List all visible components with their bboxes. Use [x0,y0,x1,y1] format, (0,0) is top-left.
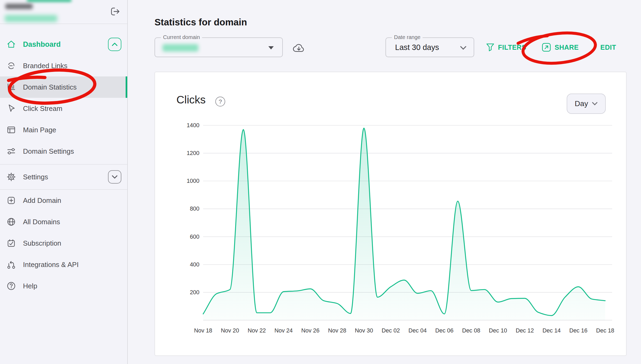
layout-icon [6,125,16,135]
sidebar-item-label: All Domains [23,218,60,226]
svg-text:1000: 1000 [187,178,199,184]
filters-button[interactable]: FILTERS [486,41,526,53]
share-label: SHARE [555,44,579,51]
plus-square-icon [6,196,16,205]
current-domain-label: Current domain [161,34,202,40]
sidebar-item-label: Main Page [23,126,56,134]
current-domain-select[interactable]: Current domain [155,37,283,57]
bar-chart-icon [6,82,16,92]
svg-text:200: 200 [190,289,199,296]
svg-text:Dec 10: Dec 10 [489,327,507,334]
sidebar-item-settings[interactable]: Settings [0,164,127,190]
collapse-dashboard-button[interactable] [108,38,121,51]
svg-text:Nov 18: Nov 18 [194,327,212,334]
share-external-icon [542,42,551,52]
svg-text:800: 800 [190,206,199,212]
svg-text:400: 400 [190,261,199,268]
logout-icon [110,6,121,17]
svg-text:Nov 30: Nov 30 [355,327,373,334]
svg-text:Nov 26: Nov 26 [301,327,319,334]
sidebar-item-label: Help [23,282,37,290]
sidebar-item-domain-statistics[interactable]: Domain Statistics [0,76,127,98]
link-icon [6,61,16,71]
sidebar-item-help[interactable]: Help [0,275,127,297]
sidebar-bottom-nav: Add Domain All Domains Subscription [0,190,127,297]
share-button[interactable]: SHARE [542,41,579,53]
svg-text:1400: 1400 [187,122,199,129]
sidebar-item-all-domains[interactable]: All Domains [0,211,127,233]
download-stats-button[interactable] [291,40,306,55]
svg-text:600: 600 [190,234,199,240]
sidebar-item-label: Dashboard [23,40,61,49]
sidebar-item-label: Branded Links [23,62,67,70]
svg-text:Dec 12: Dec 12 [516,327,534,334]
filter-funnel-icon [486,43,495,52]
svg-text:Dec 04: Dec 04 [408,327,427,334]
svg-text:Nov 20: Nov 20 [221,327,239,334]
sidebar-item-label: Add Domain [23,196,61,205]
sidebar-item-label: Click Stream [23,104,62,113]
chevron-up-icon [111,42,118,47]
edit-label: EDIT [600,44,616,51]
clicks-line-chart: 200400600800100012001400Nov 18Nov 20Nov … [155,72,627,357]
edit-button[interactable]: EDIT [600,41,616,53]
logout-button[interactable] [109,5,121,18]
calendar-check-icon [6,238,16,248]
sidebar-item-label: Subscription [23,239,61,247]
sidebar-item-add-domain[interactable]: Add Domain [0,190,127,211]
blurred-domain-chip [27,0,72,2]
sidebar-item-label: Settings [23,173,48,181]
filters-label: FILTERS [498,44,526,51]
app-window: Dashboard Branded Links Domain Statistic… [0,0,641,364]
sidebar-item-label: Domain Settings [23,147,74,156]
svg-text:Dec 06: Dec 06 [435,327,453,334]
help-icon [6,281,16,291]
sidebar-item-integrations-api[interactable]: Integrations & API [0,254,127,275]
sidebar: Dashboard Branded Links Domain Statistic… [0,0,128,364]
blurred-username [5,4,33,9]
user-area [0,0,127,24]
home-icon [6,40,16,49]
svg-text:Nov 22: Nov 22 [248,327,266,334]
blurred-domain-value [163,44,198,52]
gear-icon [6,172,16,182]
svg-text:Dec 08: Dec 08 [462,327,480,334]
sidebar-item-dashboard[interactable]: Dashboard [0,34,127,55]
chevron-down-icon [460,45,467,50]
svg-text:Dec 16: Dec 16 [569,327,588,334]
date-range-value: Last 30 days [395,38,439,57]
cursor-icon [6,104,16,113]
svg-text:Dec 18: Dec 18 [596,327,614,334]
sliders-icon [6,146,16,156]
blurred-email [5,15,57,22]
clicks-chart-card: Clicks ? Day 200400600800100012001400Nov… [155,72,627,356]
expand-settings-button[interactable] [108,170,121,184]
dropdown-caret-icon [268,46,274,49]
integrations-icon [6,260,16,269]
page-title: Statistics for domain [155,17,247,28]
globe-icon [6,217,16,227]
svg-text:Dec 02: Dec 02 [382,327,400,334]
svg-text:Nov 24: Nov 24 [275,327,293,334]
chevron-down-icon [111,174,118,180]
sidebar-nav: Dashboard Branded Links Domain Statistic… [0,34,127,297]
sidebar-item-domain-settings[interactable]: Domain Settings [0,141,127,162]
sidebar-item-main-page[interactable]: Main Page [0,119,127,141]
svg-text:1200: 1200 [187,150,199,156]
cloud-download-icon [292,41,306,54]
sidebar-item-subscription[interactable]: Subscription [0,233,127,254]
sidebar-item-branded-links[interactable]: Branded Links [0,55,127,76]
date-range-select[interactable]: Date range Last 30 days [385,37,474,57]
sidebar-item-click-stream[interactable]: Click Stream [0,98,127,119]
sidebar-item-label: Integrations & API [23,261,79,269]
svg-text:Nov 28: Nov 28 [328,327,346,334]
svg-text:Dec 14: Dec 14 [542,327,561,334]
sidebar-item-label: Domain Statistics [23,83,77,91]
